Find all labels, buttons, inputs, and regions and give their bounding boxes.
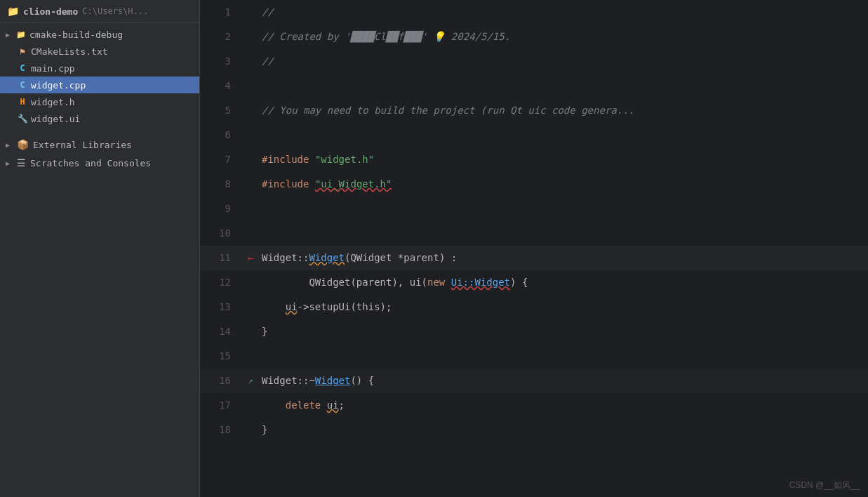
- line-num-16: 16: [200, 369, 242, 393]
- ext-lib-arrow: ▶: [6, 141, 13, 149]
- cmakelists-label: CMakeLists.txt: [31, 46, 194, 57]
- line-num-10: 10: [200, 221, 242, 246]
- line-content-11: Widget::Widget(QWidget *parent) :: [259, 246, 868, 270]
- code-line-10: 10: [200, 221, 868, 246]
- line-content-12: QWidget(parent), ui(new Ui::Widget) {: [259, 270, 868, 295]
- scratches-arrow: ▶: [6, 159, 13, 167]
- line-content-16: Widget::~Widget() {: [259, 369, 868, 393]
- sidebar-item-widget-ui[interactable]: 🔧 widget.ui: [0, 110, 199, 127]
- line-num-5: 5: [200, 98, 242, 123]
- line-content-17: delete ui;: [259, 393, 868, 418]
- ext-lib-label: External Libraries: [33, 140, 132, 150]
- code-content: 1 // 2 // Created by '████Cl██f███' 💡 20…: [200, 0, 868, 497]
- line-num-18: 18: [200, 418, 242, 442]
- line-num-14: 14: [200, 319, 242, 344]
- line-content-5: // You may need to build the project (ru…: [259, 98, 868, 123]
- line-content-3: //: [259, 49, 868, 74]
- sidebar: 📁 clion-demo C:\Users\H... ▶ 📁 cmake-bui…: [0, 0, 200, 497]
- folder-label: cmake-build-debug: [29, 29, 194, 40]
- code-editor[interactable]: 1 // 2 // Created by '████Cl██f███' 💡 20…: [200, 0, 868, 497]
- line-num-3: 3: [200, 49, 242, 74]
- gutter-11: ←: [242, 246, 259, 270]
- file-tree: ▶ 📁 cmake-build-debug ⚑ CMakeLists.txt C…: [0, 23, 199, 497]
- code-line-7: 7 #include "widget.h": [200, 147, 868, 172]
- line-num-11: 11: [200, 246, 242, 270]
- ext-lib-icon: 📦: [17, 139, 29, 150]
- line-num-12: 12: [200, 270, 242, 295]
- widget-cpp-label: widget.cpp: [31, 80, 194, 91]
- code-line-4: 4: [200, 74, 868, 98]
- main-cpp-label: main.cpp: [31, 63, 194, 74]
- ui-icon: 🔧: [17, 113, 28, 124]
- h-icon: H: [17, 96, 28, 107]
- code-line-18: 18 }: [200, 418, 868, 442]
- code-line-13: 13 ui->setupUi(this);: [200, 295, 868, 319]
- line-num-13: 13: [200, 295, 242, 319]
- code-line-2: 2 // Created by '████Cl██f███' 💡 2024/5/…: [200, 25, 868, 49]
- code-line-6: 6: [200, 123, 868, 147]
- cpp-active-icon: C: [17, 79, 28, 91]
- sidebar-item-widget-cpp[interactable]: C widget.cpp: [0, 77, 199, 93]
- sidebar-item-cmake-build-debug[interactable]: ▶ 📁 cmake-build-debug: [0, 26, 199, 43]
- code-line-16: 16 ↗ Widget::~Widget() {: [200, 369, 868, 393]
- project-path: C:\Users\H...: [82, 6, 148, 16]
- code-line-1: 1 //: [200, 0, 868, 25]
- code-line-8: 8 #include "ui_Widget.h": [200, 172, 868, 197]
- watermark: CSDN @__如风__: [789, 479, 860, 491]
- line-content-1: //: [259, 0, 868, 25]
- line-num-7: 7: [200, 147, 242, 172]
- scratches-label: Scratches and Consoles: [30, 158, 151, 168]
- sidebar-item-cmakelists[interactable]: ⚑ CMakeLists.txt: [0, 43, 199, 60]
- sidebar-item-scratches[interactable]: ▶ ☰ Scratches and Consoles: [0, 154, 199, 172]
- line-num-2: 2: [200, 25, 242, 49]
- line-content-14: }: [259, 319, 868, 344]
- bookmark-arrow-left: ←: [248, 246, 253, 270]
- line-num-4: 4: [200, 74, 242, 98]
- widget-ui-label: widget.ui: [31, 114, 194, 124]
- line-content-7: #include "widget.h": [259, 147, 868, 172]
- folder-icon: 📁: [15, 29, 27, 40]
- bookmark-arrow-diag: ↗: [248, 369, 253, 393]
- code-line-5: 5 // You may need to build the project (…: [200, 98, 868, 123]
- line-content-2: // Created by '████Cl██f███' 💡 2024/5/15…: [259, 25, 868, 49]
- line-num-17: 17: [200, 393, 242, 418]
- code-line-15: 15: [200, 344, 868, 369]
- project-header[interactable]: 📁 clion-demo C:\Users\H...: [0, 0, 199, 23]
- line-content-18: }: [259, 418, 868, 442]
- code-line-11: 11 ← Widget::Widget(QWidget *parent) :: [200, 246, 868, 270]
- sidebar-item-external-libraries[interactable]: ▶ 📦 External Libraries: [0, 135, 199, 154]
- gutter-16: ↗: [242, 369, 259, 393]
- line-content-13: ui->setupUi(this);: [259, 295, 868, 319]
- collapse-arrow: ▶: [6, 31, 13, 39]
- line-num-1: 1: [200, 0, 242, 25]
- project-folder-icon: 📁: [7, 6, 19, 17]
- line-num-9: 9: [200, 197, 242, 221]
- code-line-9: 9: [200, 197, 868, 221]
- sidebar-item-widget-h[interactable]: H widget.h: [0, 93, 199, 110]
- line-content-8: #include "ui_Widget.h": [259, 172, 868, 197]
- line-num-8: 8: [200, 172, 242, 197]
- scratches-icon: ☰: [17, 157, 26, 168]
- code-line-14: 14 }: [200, 319, 868, 344]
- code-line-12: 12 QWidget(parent), ui(new Ui::Widget) {: [200, 270, 868, 295]
- cpp-icon: C: [17, 62, 28, 74]
- line-num-15: 15: [200, 344, 242, 369]
- project-name: clion-demo: [23, 6, 78, 17]
- widget-h-label: widget.h: [31, 97, 194, 107]
- code-line-17: 17 delete ui;: [200, 393, 868, 418]
- sidebar-item-main-cpp[interactable]: C main.cpp: [0, 60, 199, 77]
- cmake-icon: ⚑: [17, 46, 28, 57]
- code-line-3: 3 //: [200, 49, 868, 74]
- line-num-6: 6: [200, 123, 242, 147]
